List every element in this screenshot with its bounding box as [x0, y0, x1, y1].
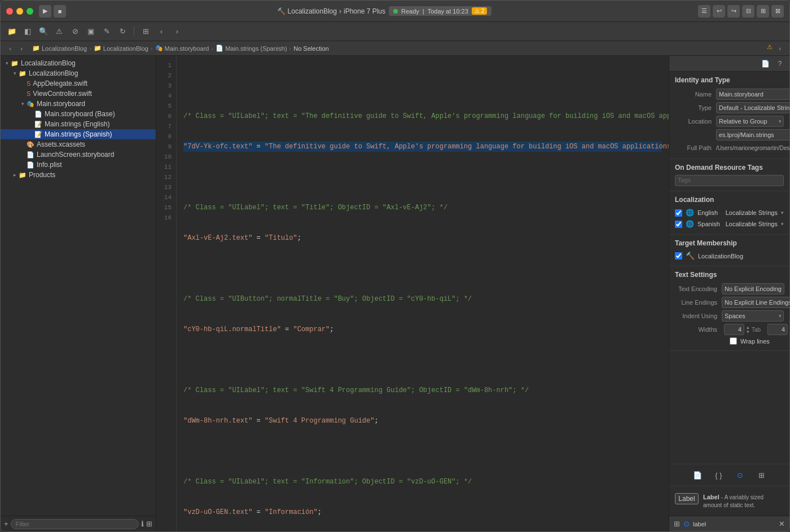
- inspector-bottom-close[interactable]: ✕: [779, 520, 785, 528]
- inspector-tab-brackets[interactable]: { }: [713, 469, 725, 481]
- comment-14: /* Class = "UILabel"; text = "Informatio…: [183, 477, 472, 487]
- warning-badge[interactable]: ⚠ 2: [472, 7, 488, 15]
- reports-button[interactable]: ↻: [116, 25, 129, 38]
- sidebar-item-appdelegate[interactable]: S AppDelegate.swift: [1, 78, 156, 89]
- sidebar-item-mainstoryboard-group[interactable]: ▾ 🎭 Main.storyboard: [1, 99, 156, 109]
- sidebar-item-english[interactable]: 📝 Main.strings (English): [1, 119, 156, 129]
- minimize-button[interactable]: [16, 8, 23, 15]
- inspector-tab-grid[interactable]: ⊞: [756, 469, 768, 481]
- full-path-label: Full Path: [675, 144, 712, 151]
- prev-button[interactable]: ‹: [155, 25, 168, 38]
- loc-spanish-checkbox[interactable]: [675, 221, 682, 228]
- text-settings-title: Text Settings: [669, 271, 789, 282]
- inspector-help-btn[interactable]: ?: [774, 58, 786, 70]
- inspector-file-btn[interactable]: 📄: [759, 58, 771, 70]
- tags-input[interactable]: Tags: [675, 175, 784, 186]
- line-num-4: 4: [159, 91, 172, 101]
- close-button[interactable]: [6, 8, 13, 15]
- localization-section: Localization 🌐 English Localizable Strin…: [669, 191, 789, 235]
- breadcrumb-sep4: ›: [289, 45, 292, 52]
- run-button[interactable]: ▶: [39, 5, 51, 17]
- navigator-toggle[interactable]: ☰: [698, 5, 710, 17]
- breadcrumb-localizationblog[interactable]: 📁 LocalizationBlog: [32, 45, 87, 52]
- next-button[interactable]: ›: [170, 25, 184, 38]
- sidebar-item-mainstoryboard-base[interactable]: 📄 Main.storyboard (Base): [1, 109, 156, 119]
- filter-input[interactable]: [11, 519, 139, 529]
- sidebar-item-launchscreen[interactable]: 📄 LaunchScreen.storyboard: [1, 150, 156, 160]
- breadcrumb-sep3: ›: [211, 45, 213, 52]
- line-num-9: 9: [159, 142, 172, 152]
- wrap-lines-checkbox[interactable]: [730, 337, 737, 345]
- line-endings-select-wrap: No Explicit Line Endings: [722, 297, 789, 308]
- assistant-button[interactable]: ⊞: [757, 5, 769, 17]
- name-input[interactable]: [716, 89, 789, 100]
- code-line-14: /* Class = "UILabel"; text = "Informatio…: [183, 477, 662, 487]
- split-view-button[interactable]: ⊟: [742, 5, 754, 17]
- inspector-tab-file[interactable]: 📄: [691, 469, 704, 481]
- breadcrumb-back[interactable]: ‹: [5, 43, 15, 54]
- label-preview: Label Label - A variably sized amount of…: [669, 486, 789, 516]
- inspector-tab-circle[interactable]: ⊙: [734, 469, 747, 481]
- encoding-select[interactable]: No Explicit Encoding: [722, 283, 784, 294]
- warning-button[interactable]: ⚠: [52, 25, 66, 38]
- punct-12: =: [252, 416, 265, 426]
- filter-options-button[interactable]: ℹ: [141, 520, 144, 528]
- tab-width-input[interactable]: [724, 324, 744, 335]
- identity-type-title: Identity and Type: [669, 76, 789, 87]
- location-select[interactable]: Relative to Group: [716, 116, 784, 127]
- target-membership-title: Target Membership: [669, 239, 789, 250]
- comment-2: /* Class = "UILabel"; text = "The defini…: [183, 111, 669, 121]
- string-6b: "Título": [265, 233, 297, 243]
- filter-view-button[interactable]: ⊞: [146, 520, 152, 528]
- stop-button[interactable]: ■: [54, 5, 66, 17]
- breadcrumb-sep2: ›: [151, 45, 153, 52]
- breadcrumb-main-strings-spanish[interactable]: 📄 Main.strings (Spanish): [216, 45, 287, 52]
- status-time: Today at 10:23: [428, 8, 468, 15]
- sidebar-item-assets[interactable]: 🎨 Assets.xcassets: [1, 139, 156, 150]
- breakpoints-button[interactable]: ◧: [21, 25, 34, 38]
- sidebar-item-spanish[interactable]: 📝 Main.strings (Spanish): [1, 129, 156, 139]
- memory-button[interactable]: ▣: [84, 25, 98, 38]
- warning-count: 2: [481, 8, 485, 14]
- forward-button[interactable]: ↪: [727, 5, 740, 17]
- indent-width-input[interactable]: [767, 324, 788, 335]
- fullscreen-button[interactable]: [27, 8, 33, 15]
- line-num-10: 10: [159, 152, 172, 162]
- sidebar-item-products[interactable]: ▸ 📁 Products: [1, 170, 156, 180]
- string-3: "7dV-Yk-ofc.text": [183, 142, 252, 152]
- breadcrumb-main-storyboard[interactable]: 🎭 Main.storyboard: [155, 45, 209, 52]
- breadcrumb-bar: ‹ › 📁 LocalizationBlog › 📁 LocalizationB…: [1, 41, 789, 56]
- sidebar-item-root[interactable]: ▾ 📁 LocalalizationBlog: [1, 58, 156, 68]
- indent-select[interactable]: Spaces: [722, 310, 784, 322]
- app-name: 🔨 LocalizationBlog › iPhone 7 Plus: [277, 7, 385, 15]
- breadcrumb-sep1: ›: [89, 45, 91, 52]
- tab-width-stepper[interactable]: ▴▾: [747, 325, 749, 334]
- breadcrumb-localizationblog2[interactable]: 📁 LocalizationBlog: [94, 45, 148, 52]
- notes-button[interactable]: ✎: [100, 25, 113, 38]
- code-editor[interactable]: 1 2 3 4 5 6 7 8 9 10 11 12 13 14 15 16 /…: [156, 56, 669, 531]
- loc-english-checkbox[interactable]: [675, 209, 682, 217]
- breadcrumb-warning-next[interactable]: ›: [775, 43, 785, 54]
- sidebar-item-infoplist[interactable]: 📄 Info.plist: [1, 160, 156, 170]
- breadcrumb-forward[interactable]: ›: [16, 43, 27, 54]
- source-control-button[interactable]: ⊘: [68, 25, 82, 38]
- code-line-5: /* Class = "UILabel"; text = "Title"; Ob…: [183, 203, 662, 213]
- launchscreen-icon: 📄: [27, 151, 34, 159]
- sidebar-item-viewcontroller[interactable]: S ViewController.swift: [1, 89, 156, 99]
- code-content[interactable]: /* Class = "UILabel"; text = "The defini…: [177, 56, 669, 531]
- target-checkbox[interactable]: [675, 252, 682, 260]
- target-icon: 🔨: [686, 252, 695, 260]
- line-endings-select[interactable]: No Explicit Line Endings: [722, 297, 789, 308]
- location-path-input[interactable]: [716, 129, 789, 140]
- version-editor-button[interactable]: ⊠: [771, 5, 784, 17]
- jump-button[interactable]: ⊞: [139, 25, 152, 38]
- tags-placeholder: Tags: [678, 177, 691, 183]
- label-preview-description: Label - A variably sized amount of stati…: [703, 493, 784, 509]
- search-button[interactable]: 🔍: [37, 25, 50, 38]
- add-file-button[interactable]: +: [4, 520, 8, 528]
- mainstoryboard-group-icon: 🎭: [27, 100, 34, 108]
- type-select[interactable]: Default - Localizable Strin...: [716, 102, 789, 113]
- navigator-button[interactable]: 📁: [5, 25, 19, 38]
- sidebar-item-localizationblog[interactable]: ▾ 📁 LocalizationBlog: [1, 68, 156, 78]
- back-button[interactable]: ↩: [713, 5, 725, 17]
